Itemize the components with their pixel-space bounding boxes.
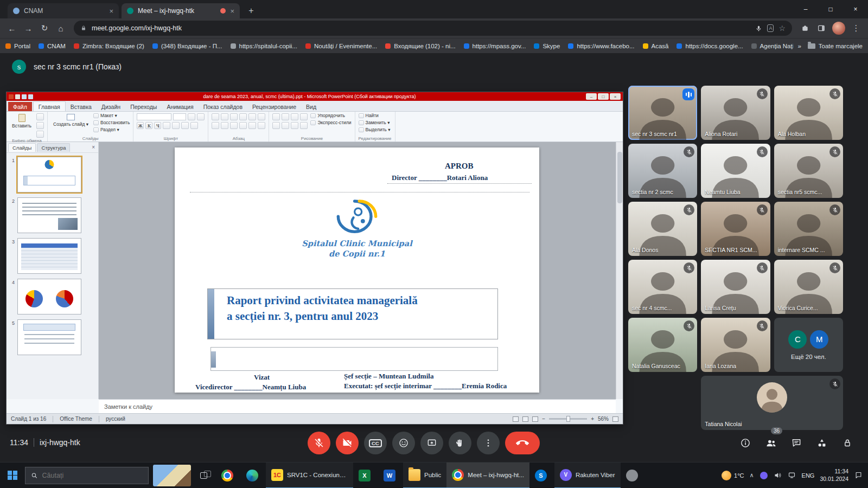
view-sorter-icon[interactable] (522, 416, 528, 422)
view-slideshow-icon[interactable] (532, 416, 538, 422)
ribbon-tab[interactable]: Рецензирование (247, 102, 301, 111)
participant-tile[interactable]: internare SCMC ... (774, 202, 843, 256)
bold-button[interactable]: Ж (137, 122, 144, 129)
bookmark-item[interactable]: (348) Входящие - П... (152, 43, 222, 49)
slide-thumbnail-preview[interactable] (17, 197, 81, 233)
tab-slides[interactable]: Слайды (8, 143, 36, 152)
side-panel-icon[interactable] (814, 21, 829, 36)
bookmark-item[interactable]: https://docs.google... (676, 43, 743, 49)
underline-button[interactable]: Ч (154, 122, 161, 129)
taskbar-app[interactable] (621, 463, 646, 488)
ribbon-tab[interactable]: Переходы (125, 102, 162, 111)
translate-icon[interactable]: A (767, 24, 774, 32)
camera-toggle-button[interactable] (336, 432, 359, 454)
bookmark-item[interactable]: https://spitalul-copii... (231, 43, 297, 49)
view-normal-icon[interactable] (513, 416, 519, 422)
browser-tab-meet[interactable]: Meet – ixj-hwgq-htk × (122, 3, 240, 18)
slide-scrollbar[interactable] (616, 142, 623, 399)
browser-tab-cnam[interactable]: CNAM × (8, 3, 119, 18)
ribbon-tab[interactable]: Дизайн (97, 102, 125, 111)
end-call-button[interactable] (505, 432, 540, 454)
ribbon-tab[interactable]: Файл (8, 102, 32, 111)
bookmarks-overflow-icon[interactable]: » (797, 43, 801, 49)
profile-avatar[interactable] (832, 22, 845, 35)
copy-button[interactable] (36, 122, 44, 129)
participant-tile[interactable]: Aliona Rotari (701, 86, 770, 140)
tab-close-icon[interactable]: × (109, 7, 113, 15)
replace-button[interactable]: Заменить ▾ (359, 120, 392, 126)
quick-styles-button[interactable]: Экспресс-стили (310, 120, 351, 126)
quick-access-toolbar[interactable] (9, 94, 33, 99)
select-button[interactable]: Выделить ▾ (359, 127, 392, 133)
slide-thumbnail-preview[interactable] (17, 319, 81, 355)
taskbar-app[interactable]: Public (403, 463, 446, 488)
participant-tile[interactable]: Viorica Curice... (774, 260, 843, 314)
participant-tile[interactable]: Larisa Crețu (701, 260, 770, 314)
bookmark-item[interactable]: Agenția Națională p... (751, 43, 794, 49)
maximize-button[interactable]: □ (818, 0, 843, 18)
ribbon-tab[interactable]: Вставка (66, 102, 97, 111)
font-name-box[interactable] (137, 113, 171, 120)
browser-menu-icon[interactable]: ⋮ (848, 21, 864, 36)
mic-toggle-button[interactable] (308, 432, 330, 454)
back-button[interactable]: ← (4, 21, 20, 36)
taskbar-app[interactable]: SRV1C - Conexiune... (266, 463, 353, 488)
reactions-button[interactable] (392, 432, 415, 454)
zoom-in-icon[interactable]: + (591, 416, 594, 422)
taskbar-app[interactable] (529, 463, 554, 488)
forward-button[interactable]: → (21, 21, 36, 36)
present-button[interactable] (420, 432, 443, 454)
panel-close-icon[interactable]: × (92, 144, 97, 150)
shapes-gallery[interactable] (272, 113, 308, 129)
more-options-button[interactable] (477, 432, 500, 454)
participant-tile[interactable]: sectia nr5 scmc... (774, 144, 843, 198)
zoom-slider[interactable] (549, 418, 587, 420)
address-bar[interactable]: meet.google.com/ixj-hwgq-htk A ☆ (74, 21, 792, 36)
bookmark-item[interactable]: Zimbra: Входящие (2) (74, 43, 144, 49)
participant-tile[interactable]: sectia nr 2 scmc (628, 144, 697, 198)
taskbar-app[interactable] (353, 463, 378, 488)
find-button[interactable]: Найти (359, 113, 392, 119)
start-button[interactable] (0, 463, 25, 488)
search-input[interactable] (42, 472, 143, 479)
bookmark-item[interactable]: Skype (534, 43, 560, 49)
network-icon[interactable] (788, 471, 796, 480)
font-size-box[interactable] (173, 113, 186, 120)
meeting-details-button[interactable] (733, 431, 757, 455)
new-tab-button[interactable]: + (245, 5, 257, 17)
weather-widget[interactable]: 1°C (722, 471, 744, 480)
bookmark-item[interactable]: Входящие (102) - ni... (385, 43, 455, 49)
captions-button[interactable]: CC (364, 432, 387, 454)
taskbar-app[interactable] (378, 463, 403, 488)
bookmark-star-icon[interactable]: ☆ (778, 24, 786, 33)
participant-tile[interactable]: Ala Holban (774, 86, 843, 140)
participant-tile-tatiana[interactable]: Tatiana Nicolai (701, 376, 843, 430)
minimize-button[interactable]: – (793, 0, 818, 18)
paste-button[interactable]: Вставить (10, 113, 34, 129)
ribbon-tab[interactable]: Показ слайдов (199, 102, 247, 111)
host-controls-button[interactable] (835, 431, 859, 455)
new-slide-button[interactable]: Создать слайд ▾ (51, 113, 91, 127)
bookmark-item[interactable]: https://www.facebo... (568, 43, 634, 49)
reload-button[interactable]: ↻ (37, 21, 52, 36)
slide-thumbnail-preview[interactable] (17, 238, 81, 274)
activities-button[interactable] (810, 431, 834, 455)
taskbar-app[interactable]: Rakuten Viber (554, 463, 621, 488)
notification-center-icon[interactable] (854, 471, 863, 480)
layout-button[interactable]: Макет ▾ (93, 113, 130, 119)
slide-thumbnail[interactable]: 3 (9, 238, 95, 274)
volume-icon[interactable] (774, 471, 782, 480)
extensions-icon[interactable] (797, 21, 813, 36)
close-button[interactable]: × (843, 0, 868, 18)
mic-icon[interactable] (755, 25, 762, 32)
taskbar-app[interactable]: Meet – ixj-hwgq-ht... (446, 463, 529, 488)
ribbon-tab[interactable]: Анимация (162, 102, 198, 111)
taskbar-search[interactable] (25, 467, 149, 484)
reset-button[interactable]: Восстановить (93, 120, 130, 126)
bookmark-item[interactable]: Acasă (643, 43, 669, 49)
tab-outline[interactable]: Структура (37, 143, 70, 152)
tab-close-icon[interactable]: × (230, 7, 234, 15)
chat-button[interactable] (784, 431, 808, 455)
participant-tile[interactable]: Ala Donos (628, 202, 697, 256)
ppt-close-button[interactable]: × (610, 93, 621, 100)
